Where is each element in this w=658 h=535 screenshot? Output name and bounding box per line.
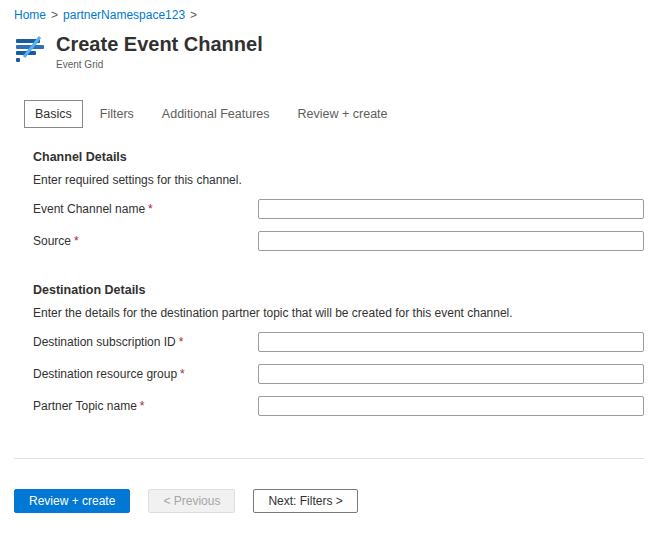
footer-actions: Review + create < Previous Next: Filters… xyxy=(14,489,644,513)
title-block: Create Event Channel Event Grid xyxy=(56,32,263,70)
section-title-destination-details: Destination Details xyxy=(33,283,644,297)
source-input[interactable] xyxy=(258,231,644,251)
field-row-source: Source* xyxy=(33,231,644,251)
page-header: Create Event Channel Event Grid xyxy=(14,32,644,70)
field-row-partner-topic-name: Partner Topic name* xyxy=(33,396,644,416)
field-label-destination-resource-group: Destination resource group* xyxy=(33,367,258,381)
review-create-button[interactable]: Review + create xyxy=(14,489,130,513)
tab-bar: Basics Filters Additional Features Revie… xyxy=(14,100,644,128)
destination-subscription-id-input[interactable] xyxy=(258,332,644,352)
required-asterisk: * xyxy=(148,202,153,216)
section-title-channel-details: Channel Details xyxy=(33,150,644,164)
destination-resource-group-input[interactable] xyxy=(258,364,644,384)
breadcrumb: Home>partnerNamespace123> xyxy=(14,8,644,22)
required-asterisk: * xyxy=(180,367,185,381)
field-row-destination-resource-group: Destination resource group* xyxy=(33,364,644,384)
breadcrumb-home[interactable]: Home xyxy=(14,8,46,22)
breadcrumb-separator: > xyxy=(190,8,197,22)
tab-filters[interactable]: Filters xyxy=(89,100,145,128)
field-label-partner-topic-name: Partner Topic name* xyxy=(33,399,258,413)
next-filters-button[interactable]: Next: Filters > xyxy=(253,489,357,513)
event-grid-icon xyxy=(14,34,46,64)
field-label-event-channel-name: Event Channel name* xyxy=(33,202,258,216)
breadcrumb-partner-namespace[interactable]: partnerNamespace123 xyxy=(63,8,185,22)
page-subtitle: Event Grid xyxy=(56,59,263,70)
required-asterisk: * xyxy=(140,399,145,413)
breadcrumb-separator: > xyxy=(51,8,58,22)
field-label-source: Source* xyxy=(33,234,258,248)
section-desc-channel-details: Enter required settings for this channel… xyxy=(33,173,644,187)
create-event-channel-page: Home>partnerNamespace123> Create Event C… xyxy=(0,0,658,513)
required-asterisk: * xyxy=(179,335,184,349)
section-desc-destination-details: Enter the details for the destination pa… xyxy=(33,306,644,320)
field-label-destination-subscription-id: Destination subscription ID* xyxy=(33,335,258,349)
footer-divider xyxy=(14,458,644,459)
basics-form: Channel Details Enter required settings … xyxy=(14,150,644,416)
partner-topic-name-input[interactable] xyxy=(258,396,644,416)
tab-basics[interactable]: Basics xyxy=(24,100,83,128)
event-channel-name-input[interactable] xyxy=(258,199,644,219)
required-asterisk: * xyxy=(74,234,79,248)
previous-button[interactable]: < Previous xyxy=(148,489,235,513)
tab-additional-features[interactable]: Additional Features xyxy=(151,100,281,128)
field-row-event-channel-name: Event Channel name* xyxy=(33,199,644,219)
tab-review-create[interactable]: Review + create xyxy=(287,100,399,128)
field-row-destination-subscription-id: Destination subscription ID* xyxy=(33,332,644,352)
page-title: Create Event Channel xyxy=(56,32,263,56)
